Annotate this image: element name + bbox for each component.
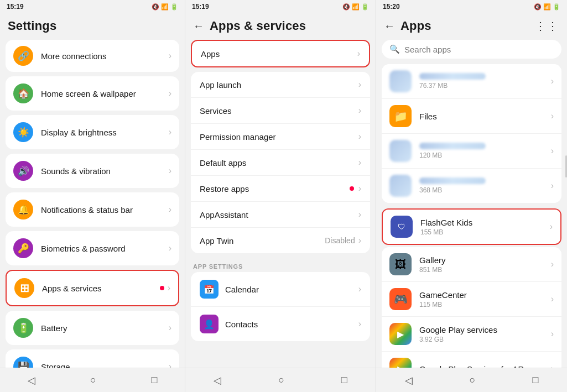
sounds-icon: 🔊 bbox=[13, 161, 33, 181]
mid-appassistant[interactable]: AppAssistant › bbox=[191, 202, 370, 228]
mid-appassistant-label: AppAssistant bbox=[200, 210, 358, 219]
google-play-ar-icon: ▶ bbox=[389, 358, 412, 368]
mid-apps-item[interactable]: Apps › bbox=[191, 40, 370, 67]
mid-menu-card: App launch › Services › Permission manag… bbox=[191, 72, 370, 253]
partial-app-name-blurred bbox=[419, 73, 486, 80]
search-input[interactable] bbox=[404, 45, 554, 54]
mid-nav-back[interactable]: ◁ bbox=[202, 371, 232, 390]
sidebar-item-storage[interactable]: 💾 Storage › bbox=[6, 349, 179, 368]
mid-services[interactable]: Services › bbox=[191, 98, 370, 124]
mid-nav-home[interactable]: ○ bbox=[267, 371, 295, 389]
mid-app-launch[interactable]: App launch › bbox=[191, 72, 370, 98]
right-back-button[interactable]: ← bbox=[384, 20, 395, 33]
mid-status-icons: 🔇 📶 🔋 bbox=[342, 3, 369, 11]
app-item-blurred-2[interactable]: 368 MB › bbox=[382, 169, 561, 203]
left-status-icons: 🔇 📶 🔋 bbox=[152, 3, 178, 11]
mid-appassistant-chevron: › bbox=[358, 210, 361, 219]
mid-panel: 15:19 🔇 📶 🔋 ← Apps & services Apps › App… bbox=[185, 0, 376, 392]
app-item-gamecenter[interactable]: 🎮 GameCenter 115 MB › bbox=[382, 282, 561, 317]
right-nav-recent[interactable]: □ bbox=[522, 371, 550, 389]
sidebar-item-battery[interactable]: 🔋 Battery › bbox=[6, 311, 179, 345]
display-icon: ☀️ bbox=[13, 122, 33, 142]
calendar-icon: 📅 bbox=[200, 280, 219, 299]
mid-nav-recent[interactable]: □ bbox=[330, 371, 358, 389]
left-title: Settings bbox=[8, 19, 56, 33]
app-item-partial-top[interactable]: 76.37 MB › bbox=[382, 64, 561, 99]
left-nav-back[interactable]: ◁ bbox=[17, 371, 46, 390]
home-screen-chevron: › bbox=[169, 88, 171, 98]
mid-restore-apps-chevron: › bbox=[358, 184, 361, 194]
sidebar-item-sounds[interactable]: 🔊 Sounds & vibration › bbox=[6, 154, 179, 188]
mid-time: 15:19 bbox=[192, 3, 209, 11]
mid-restore-apps[interactable]: Restore apps › bbox=[191, 176, 370, 202]
files-chevron: › bbox=[551, 111, 554, 121]
search-bar[interactable]: 🔍 bbox=[382, 40, 561, 59]
flashget-chevron: › bbox=[550, 222, 553, 232]
mid-app-twin[interactable]: App Twin Disabled › bbox=[191, 228, 370, 253]
right-title: Apps bbox=[400, 19, 431, 33]
battery-icon: 🔋 bbox=[13, 318, 33, 338]
right-nav-back[interactable]: ◁ bbox=[394, 371, 424, 390]
blurred-1-chevron: › bbox=[551, 146, 554, 156]
left-panel: 15:19 🔇 📶 🔋 Settings 🔗 More connections … bbox=[0, 0, 185, 392]
svg-text:🛡: 🛡 bbox=[398, 222, 405, 231]
right-time: 15:20 bbox=[383, 3, 400, 11]
app-list-card: 76.37 MB › 📁 Files › 120 MB › bbox=[382, 64, 561, 203]
mid-restore-apps-label: Restore apps bbox=[200, 184, 346, 194]
mid-status-bar: 15:19 🔇 📶 🔋 bbox=[185, 0, 376, 13]
app-settings-card: 📅 Calendar › 👤 Contacts › bbox=[191, 272, 370, 341]
partial-app-size: 76.37 MB bbox=[419, 82, 551, 90]
display-chevron: › bbox=[169, 127, 171, 137]
app-item-blurred-1[interactable]: 120 MB › bbox=[382, 134, 561, 169]
app-item-gallery[interactable]: 🖼 Gallery 851 MB › bbox=[382, 247, 561, 282]
mid-permission-manager[interactable]: Permission manager › bbox=[191, 124, 370, 150]
mid-title: Apps & services bbox=[210, 19, 306, 33]
notifications-chevron: › bbox=[169, 205, 171, 215]
files-name: Files bbox=[419, 112, 551, 121]
app-item-google-play[interactable]: ▶ Google Play services 3.92 GB › bbox=[382, 317, 561, 352]
gamecenter-chevron: › bbox=[551, 294, 554, 304]
app-item-files[interactable]: 📁 Files › bbox=[382, 99, 561, 134]
app-item-google-play-ar[interactable]: ▶ Google Play Services for AR › bbox=[382, 352, 561, 368]
sounds-label: Sounds & vibration bbox=[41, 166, 169, 176]
more-options-button[interactable]: ⋮⋮ bbox=[535, 19, 559, 33]
blurred-1-name bbox=[419, 143, 486, 149]
mid-calendar[interactable]: 📅 Calendar › bbox=[191, 272, 370, 307]
left-nav-bar: ◁ ○ □ bbox=[0, 368, 185, 392]
app-item-flashget[interactable]: 🛡 FlashGet Kids 155 MB › bbox=[382, 208, 561, 245]
mid-apps-label: Apps bbox=[201, 49, 357, 59]
blurred-1-icon bbox=[389, 140, 412, 162]
mid-scroll: Apps › App launch › Services › Permissio… bbox=[185, 38, 376, 368]
google-play-chevron: › bbox=[551, 329, 554, 339]
biometrics-chevron: › bbox=[169, 243, 171, 253]
sidebar-item-apps-services[interactable]: ⊞ Apps & services › bbox=[6, 270, 179, 306]
mid-calendar-chevron: › bbox=[358, 284, 361, 294]
apps-services-dot bbox=[160, 286, 164, 290]
sidebar-item-more-connections[interactable]: 🔗 More connections › bbox=[6, 40, 179, 72]
sidebar-item-home-screen[interactable]: 🏠 Home screen & wallpaper › bbox=[6, 76, 179, 111]
mid-default-apps[interactable]: Default apps › bbox=[191, 150, 370, 176]
left-nav-home[interactable]: ○ bbox=[79, 371, 107, 389]
mid-contacts-label: Contacts bbox=[225, 320, 358, 329]
gallery-name: Gallery bbox=[419, 255, 551, 265]
mid-back-button[interactable]: ← bbox=[193, 20, 204, 33]
notifications-label: Notifications & status bar bbox=[41, 205, 169, 215]
files-info: Files bbox=[419, 112, 551, 121]
blurred-2-icon bbox=[389, 175, 412, 197]
sidebar-item-notifications[interactable]: 🔔 Notifications & status bar › bbox=[6, 192, 179, 227]
mid-contacts[interactable]: 👤 Contacts › bbox=[191, 307, 370, 341]
google-play-ar-name: Google Play Services for AR bbox=[419, 364, 551, 368]
flashget-row[interactable]: 🛡 FlashGet Kids 155 MB › bbox=[383, 210, 560, 244]
sidebar-item-biometrics[interactable]: 🔑 Biometrics & password › bbox=[6, 231, 179, 265]
mid-permission-manager-label: Permission manager bbox=[200, 132, 358, 142]
right-nav-home[interactable]: ○ bbox=[459, 371, 487, 389]
mid-header: ← Apps & services bbox=[185, 13, 376, 38]
sidebar-item-display[interactable]: ☀️ Display & brightness › bbox=[6, 115, 179, 149]
mid-nav-bar: ◁ ○ □ bbox=[185, 368, 376, 392]
left-nav-recent[interactable]: □ bbox=[140, 371, 168, 389]
more-connections-label: More connections bbox=[41, 51, 169, 61]
mid-services-label: Services bbox=[200, 106, 358, 116]
storage-label: Storage bbox=[41, 362, 169, 368]
notifications-icon: 🔔 bbox=[13, 200, 33, 219]
mid-default-apps-label: Default apps bbox=[200, 158, 358, 168]
